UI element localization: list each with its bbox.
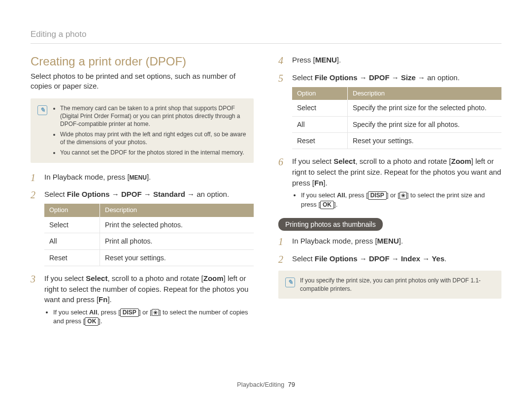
dpof-label: DPOF: [121, 190, 142, 198]
desc-cell: Print the selected photos.: [100, 217, 254, 233]
step-text: ].: [147, 173, 151, 181]
sub-bullets: If you select All, press [DISP] or [❀] t…: [292, 191, 501, 209]
desc-cell: Reset your settings.: [100, 249, 254, 266]
step-text: , scroll to a photo and rotate [: [107, 274, 203, 282]
standard-label: Standard: [153, 190, 185, 198]
step-4: 4 Press [MENU].: [278, 55, 501, 65]
desc-cell: Reset your settings.: [348, 132, 502, 149]
subsection-pill: Printing photos as thumbnails: [278, 218, 383, 231]
arrow: →: [390, 73, 401, 82]
left-column: Creating a print order (DPOF) Select pho…: [31, 55, 254, 333]
macro-icon: ❀: [152, 309, 159, 316]
footer-section: Playback/Editing: [237, 381, 284, 388]
step-text: In Playback mode, press [: [44, 173, 130, 181]
table-row: SelectPrint the selected photos.: [44, 217, 254, 233]
arrow: →: [110, 190, 121, 198]
step-number: 2: [278, 252, 283, 267]
note-icon: ✎: [37, 105, 47, 115]
select-label: Select: [333, 157, 355, 165]
menu-label: MENU: [377, 237, 399, 245]
step-text: Press [: [292, 56, 315, 64]
menu-label: MENU: [315, 56, 337, 64]
col-option: Option: [44, 204, 100, 217]
macro-icon: ❀: [399, 192, 407, 199]
ok-button-label: OK: [85, 317, 99, 326]
desc-cell: Specify the print size for all photos.: [348, 116, 502, 132]
page-number: 79: [288, 381, 295, 388]
step-1: 1 In Playback mode, press [MENU].: [31, 172, 254, 183]
table-row: ResetReset your settings.: [44, 249, 254, 266]
zoom-label: Zoom: [203, 274, 224, 282]
select-label: Select: [86, 274, 107, 282]
step-text: ].: [323, 179, 327, 187]
step-6: 6 If you select Select, scroll to a phot…: [278, 156, 501, 209]
opt-cell: Reset: [292, 132, 348, 149]
file-options-label: File Options: [315, 254, 358, 263]
note-item: The memory card can be taken to a print …: [60, 104, 247, 128]
desc-cell: Specify the print size for the selected …: [348, 100, 502, 116]
desc-cell: Print all photos.: [100, 233, 254, 249]
size-label: Size: [401, 73, 416, 82]
step-3: 3 If you select Select, scroll to a phot…: [31, 273, 254, 326]
arrow: →: [420, 254, 432, 263]
index-label: Index: [401, 254, 420, 263]
sub-text: ] or [: [387, 191, 399, 199]
sub-text: If you select: [301, 191, 337, 199]
step-text: Select: [292, 73, 315, 82]
file-options-label: File Options: [315, 73, 358, 82]
sub-text: If you select: [53, 308, 89, 316]
file-options-label: File Options: [67, 190, 110, 198]
all-label: All: [89, 308, 98, 316]
sub-item: If you select All, press [DISP] or [❀] t…: [53, 308, 254, 326]
manual-page: Editing a photo Creating a print order (…: [0, 0, 532, 401]
ok-button-label: OK: [320, 201, 334, 209]
step-number: 2: [31, 188, 35, 202]
step-c1: 1 In Playback mode, press [MENU].: [278, 236, 501, 247]
sub-item: If you select All, press [DISP] or [❀] t…: [301, 191, 501, 209]
table-header-row: Option Description: [292, 87, 501, 100]
step-c2: 2 Select File Options → DPOF → Index → Y…: [278, 253, 501, 264]
intro-text: Select photos to be printed and set opti…: [31, 71, 254, 92]
note-item: Wide photos may print with the left and …: [60, 130, 247, 146]
step-text: In Playback mode, press [: [292, 237, 377, 245]
page-header: Editing a photo: [31, 30, 501, 44]
col-description: Description: [348, 87, 502, 100]
steps-a: 1 In Playback mode, press [MENU]. 2 Sele…: [31, 172, 254, 326]
dpof-label: DPOF: [369, 254, 390, 263]
zoom-label: Zoom: [451, 157, 471, 165]
step-number: 5: [278, 71, 283, 86]
opt-cell: All: [44, 233, 100, 249]
note-item: You cannot set the DPOF for the photos s…: [60, 149, 247, 156]
step-number: 1: [278, 235, 283, 249]
step-text: ].: [337, 56, 341, 64]
step-number: 6: [278, 155, 283, 169]
sub-text: ].: [99, 317, 102, 325]
step-number: 4: [278, 54, 283, 68]
step-text: Select: [292, 254, 315, 263]
table-header-row: Option Description: [44, 204, 254, 217]
arrow: →: [358, 73, 369, 82]
steps-c: 1 In Playback mode, press [MENU]. 2 Sele…: [278, 236, 501, 264]
col-option: Option: [292, 87, 348, 100]
table-row: SelectSpecify the print size for the sel…: [292, 100, 501, 116]
note-box-1: ✎ The memory card can be taken to a prin…: [31, 98, 254, 163]
options-table-2: Option Description SelectSpecify the pri…: [292, 87, 501, 150]
options-table-1: Option Description SelectPrint the selec…: [44, 204, 254, 266]
sub-text: ].: [334, 201, 337, 208]
step-text: , scroll to a photo and rotate [: [355, 157, 451, 165]
step-text: ].: [399, 237, 403, 245]
content-columns: Creating a print order (DPOF) Select pho…: [31, 55, 501, 333]
note-box-2: ✎ If you specify the print size, you can…: [278, 271, 501, 298]
opt-cell: Reset: [44, 249, 100, 266]
step-text: → an option.: [185, 190, 229, 198]
note-text: If you specify the print size, you can p…: [300, 277, 495, 292]
sub-bullets: If you select All, press [DISP] or [❀] t…: [44, 308, 254, 326]
table-row: ResetReset your settings.: [292, 132, 501, 149]
table-row: AllSpecify the print size for all photos…: [292, 116, 501, 132]
step-number: 1: [31, 171, 35, 185]
all-label: All: [337, 191, 345, 199]
disp-button-label: DISP: [368, 191, 387, 200]
sub-text: , press [: [98, 308, 120, 316]
arrow: →: [142, 190, 153, 198]
step-text: If you select: [292, 157, 333, 165]
